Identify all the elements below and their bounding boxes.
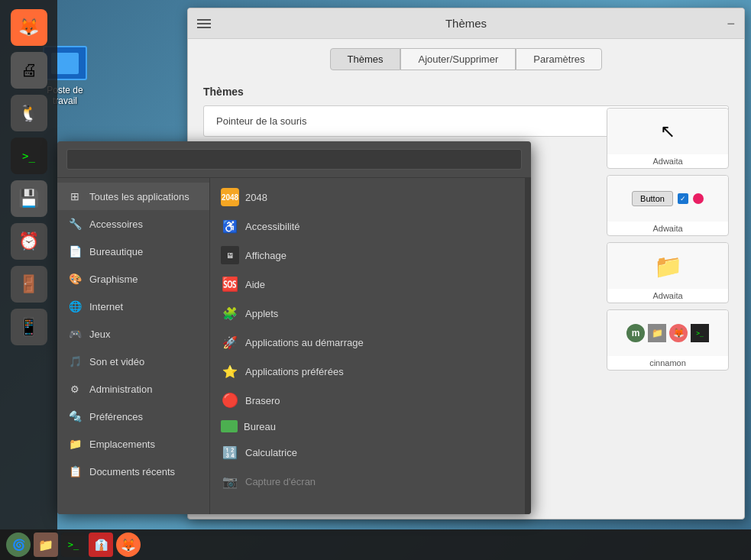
- taskbar-firefox[interactable]: 🦊: [116, 532, 141, 557]
- app-affichage[interactable]: 🖥 Affichage: [210, 241, 525, 270]
- category-son-video-label: Son et vidéo: [89, 356, 144, 367]
- search-bar: [57, 141, 531, 178]
- tab-themes[interactable]: Thèmes: [330, 48, 401, 70]
- app-menu-body: ⊞ Toutes les applications 🔧 Accessoires …: [57, 178, 531, 514]
- aide-icon: 🆘: [221, 275, 239, 293]
- taskbar-terminal[interactable]: >_: [61, 532, 86, 557]
- category-administration[interactable]: ⚙ Administration: [57, 375, 209, 403]
- app-preferred-label: Applications préférées: [245, 366, 344, 377]
- theme-card-cinnamon[interactable]: m 📁 🦊 >_ cinnamon: [607, 309, 729, 371]
- sidebar-app-phone[interactable]: 📱: [11, 309, 47, 345]
- category-jeux[interactable]: 🎮 Jeux: [57, 320, 209, 348]
- app-calculatrice[interactable]: 🔢 Calculatrice: [210, 438, 525, 467]
- startup-icon: 🚀: [221, 333, 239, 351]
- app-brasero[interactable]: 🔴 Brasero: [210, 386, 525, 415]
- card-label-button: Adwaita: [652, 222, 682, 235]
- category-emplacements[interactable]: 📁 Emplacements: [57, 430, 209, 458]
- preferred-icon: ⭐: [221, 362, 239, 380]
- cinnamon-mint-icon: m: [626, 324, 645, 342]
- terminal-icon: >_: [22, 150, 35, 162]
- sidebar-app-terminal[interactable]: >_: [11, 138, 47, 174]
- category-accessories-label: Accessoires: [89, 218, 143, 230]
- accessibility-icon: ♿: [221, 217, 239, 235]
- card-label-cinnamon: cinnamon: [649, 356, 686, 370]
- theme-card-folder[interactable]: 📁 Adwaita: [607, 242, 729, 303]
- calculatrice-icon: 🔢: [221, 443, 239, 461]
- taskbar-terminal-icon: >_: [68, 539, 79, 550]
- cursor-preview: ↖: [607, 108, 728, 154]
- taskbar-mint-menu[interactable]: 🌀: [6, 532, 31, 557]
- app-preferred[interactable]: ⭐ Applications préférées: [210, 357, 525, 386]
- left-sidebar: 🦊 🖨 🐧 >_ 💾 ⏰ 🚪 📱: [0, 0, 57, 560]
- scrollbar[interactable]: [525, 178, 531, 514]
- app-accessibility[interactable]: ♿ Accessibilité: [210, 212, 525, 241]
- category-emplacements-label: Emplacements: [89, 439, 155, 450]
- sidebar-app-pidgin[interactable]: 🐧: [11, 95, 47, 131]
- category-graphisme[interactable]: 🎨 Graphisme: [57, 265, 209, 293]
- cinnamon-firefox-icon: 🦊: [669, 324, 688, 342]
- category-all-apps[interactable]: ⊞ Toutes les applications: [57, 183, 209, 210]
- search-input[interactable]: [66, 149, 522, 170]
- category-recent[interactable]: 📋 Documents récents: [57, 458, 209, 485]
- jeux-icon: 🎮: [66, 325, 83, 342]
- hamburger-menu-button[interactable]: [197, 19, 211, 28]
- preview-button: Button: [632, 191, 673, 206]
- category-preferences[interactable]: 🔩 Préférences: [57, 403, 209, 430]
- filemanager-icon: 💾: [18, 189, 39, 209]
- app-capture[interactable]: 📷 Capture d'écran: [210, 467, 525, 496]
- cursor-row-label: Pointeur de la souris: [216, 115, 307, 127]
- category-internet[interactable]: 🌐 Internet: [57, 293, 209, 320]
- app-capture-label: Capture d'écran: [245, 476, 316, 487]
- card-label-folder: Adwaita: [652, 289, 682, 303]
- firefox-icon: 🦊: [18, 18, 39, 37]
- sidebar-app-filemanager[interactable]: 💾: [11, 180, 47, 217]
- app-aide[interactable]: 🆘 Aide: [210, 270, 525, 299]
- emplacements-icon: 📁: [66, 435, 83, 452]
- taskbar-filemanager-icon: 📁: [38, 538, 53, 552]
- cursor-icon: ↖: [660, 121, 675, 142]
- category-recent-label: Documents récents: [89, 466, 175, 477]
- taskbar-filemanager[interactable]: 📁: [34, 532, 58, 557]
- sidebar-app-logout[interactable]: 🚪: [11, 266, 47, 303]
- taskbar-redshift-icon: 👔: [95, 539, 108, 551]
- sidebar-app-printers[interactable]: 🖨: [11, 52, 47, 89]
- app-bureau[interactable]: Bureau: [210, 415, 525, 438]
- theme-cards: ↖ Adwaita Button ✓ Adwaita 📁 Adwaita: [607, 108, 729, 371]
- graphisme-icon: 🎨: [66, 270, 83, 287]
- app-menu: ⊞ Toutes les applications 🔧 Accessoires …: [57, 141, 531, 514]
- app-applets[interactable]: 🧩 Applets: [210, 299, 525, 328]
- category-preferences-label: Préférences: [89, 411, 143, 422]
- app-applets-label: Applets: [245, 308, 278, 319]
- app-brasero-label: Brasero: [245, 395, 280, 406]
- card-label-cursor: Adwaita: [652, 154, 682, 168]
- recent-icon: 📋: [66, 463, 83, 480]
- taskbar-redshift[interactable]: 👔: [89, 532, 113, 557]
- preview-radio: [693, 193, 704, 204]
- category-list: ⊞ Toutes les applications 🔧 Accessoires …: [57, 178, 210, 514]
- tab-settings[interactable]: Paramètres: [516, 48, 602, 70]
- app-startup[interactable]: 🚀 Applications au démarrage: [210, 328, 525, 357]
- category-bureautique-label: Bureautique: [89, 246, 143, 257]
- cinnamon-fm-icon: 📁: [648, 324, 666, 342]
- app-accessibility-label: Accessibilité: [245, 221, 300, 232]
- app-2048-icon: 2048: [221, 188, 239, 206]
- theme-card-cursor[interactable]: ↖ Adwaita: [607, 108, 729, 169]
- category-bureautique[interactable]: 📄 Bureautique: [57, 238, 209, 265]
- cinnamon-preview: m 📁 🦊 >_: [607, 310, 728, 356]
- internet-icon: 🌐: [66, 298, 83, 315]
- category-accessories[interactable]: 🔧 Accessoires: [57, 210, 209, 238]
- theme-card-button[interactable]: Button ✓ Adwaita: [607, 175, 729, 236]
- taskbar: 🌀 📁 >_ 👔 🦊: [0, 529, 751, 560]
- category-son-video[interactable]: 🎵 Son et vidéo: [57, 348, 209, 375]
- tab-add-remove[interactable]: Ajouter/Supprimer: [400, 48, 516, 70]
- app-2048[interactable]: 2048 2048: [210, 183, 525, 212]
- category-jeux-label: Jeux: [89, 329, 110, 340]
- sidebar-app-clock[interactable]: ⏰: [11, 223, 47, 260]
- sidebar-app-firefox[interactable]: 🦊: [11, 9, 47, 46]
- themes-section-title: Thèmes: [203, 86, 729, 98]
- app-calculatrice-label: Calculatrice: [245, 447, 297, 458]
- affichage-icon: 🖥: [221, 246, 239, 264]
- apps-list: 2048 2048 ♿ Accessibilité 🖥 Affichage 🆘 …: [210, 178, 525, 514]
- close-button[interactable]: −: [727, 17, 735, 31]
- category-administration-label: Administration: [89, 384, 152, 395]
